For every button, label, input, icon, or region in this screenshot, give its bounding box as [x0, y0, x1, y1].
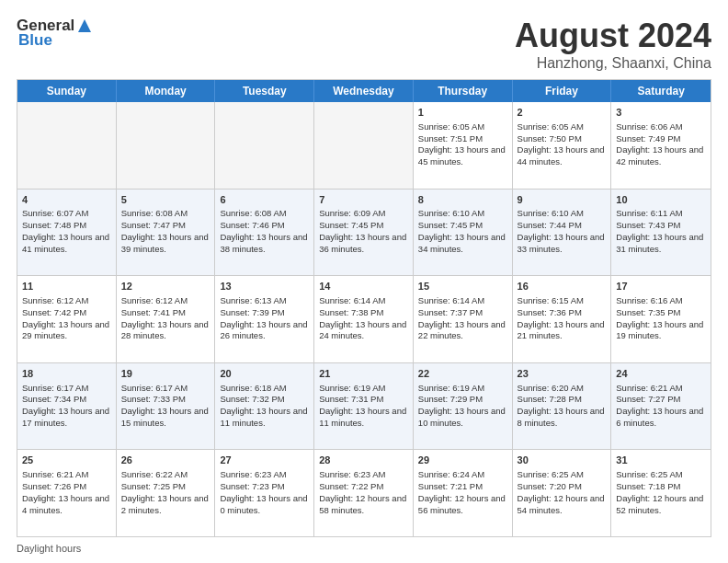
logo-area: General Blue — [17, 17, 93, 50]
day-content: Sunrise: 6:25 AM Sunset: 7:18 PM Dayligh… — [616, 469, 703, 514]
day-content: Sunrise: 6:13 AM Sunset: 7:39 PM Dayligh… — [220, 295, 307, 340]
cal-cell: 26Sunrise: 6:22 AM Sunset: 7:25 PM Dayli… — [117, 450, 216, 536]
day-number: 8 — [418, 193, 507, 207]
day-content: Sunrise: 6:21 AM Sunset: 7:26 PM Dayligh… — [22, 469, 109, 514]
day-content: Sunrise: 6:14 AM Sunset: 7:37 PM Dayligh… — [418, 295, 506, 340]
cal-cell: 22Sunrise: 6:19 AM Sunset: 7:29 PM Dayli… — [414, 363, 513, 450]
day-content: Sunrise: 6:12 AM Sunset: 7:42 PM Dayligh… — [22, 295, 109, 340]
cal-cell: 3Sunrise: 6:06 AM Sunset: 7:49 PM Daylig… — [611, 102, 711, 189]
day-number: 18 — [22, 367, 111, 381]
day-number: 15 — [418, 280, 507, 293]
cal-cell: 1Sunrise: 6:05 AM Sunset: 7:51 PM Daylig… — [414, 102, 513, 189]
day-content: Sunrise: 6:20 AM Sunset: 7:28 PM Dayligh… — [518, 383, 605, 428]
day-number: 31 — [616, 454, 706, 467]
day-content: Sunrise: 6:06 AM Sunset: 7:49 PM Dayligh… — [616, 121, 703, 167]
day-number: 21 — [319, 367, 408, 381]
day-number: 2 — [518, 106, 607, 120]
day-content: Sunrise: 6:23 AM Sunset: 7:23 PM Dayligh… — [220, 469, 307, 514]
day-number: 3 — [616, 106, 706, 120]
day-number: 27 — [220, 454, 309, 467]
day-content: Sunrise: 6:14 AM Sunset: 7:38 PM Dayligh… — [319, 295, 406, 340]
day-number: 30 — [518, 454, 607, 467]
cal-cell: 5Sunrise: 6:08 AM Sunset: 7:47 PM Daylig… — [117, 190, 216, 276]
cal-cell: 31Sunrise: 6:25 AM Sunset: 7:18 PM Dayli… — [611, 450, 711, 536]
footer: Daylight hours — [17, 543, 711, 554]
cal-cell: 19Sunrise: 6:17 AM Sunset: 7:33 PM Dayli… — [117, 363, 216, 450]
day-number: 20 — [220, 367, 309, 381]
calendar-header: SundayMondayTuesdayWednesdayThursdayFrid… — [17, 80, 711, 102]
day-content: Sunrise: 6:25 AM Sunset: 7:20 PM Dayligh… — [518, 469, 605, 514]
day-number: 12 — [121, 280, 210, 293]
day-content: Sunrise: 6:09 AM Sunset: 7:45 PM Dayligh… — [319, 208, 406, 253]
cal-cell: 20Sunrise: 6:18 AM Sunset: 7:32 PM Dayli… — [215, 363, 314, 450]
day-number: 16 — [518, 280, 607, 293]
day-content: Sunrise: 6:08 AM Sunset: 7:47 PM Dayligh… — [121, 208, 209, 253]
cal-cell: 6Sunrise: 6:08 AM Sunset: 7:46 PM Daylig… — [215, 190, 314, 276]
main-title: August 2024 — [515, 17, 711, 55]
cal-row: 18Sunrise: 6:17 AM Sunset: 7:34 PM Dayli… — [17, 362, 711, 450]
day-content: Sunrise: 6:22 AM Sunset: 7:25 PM Dayligh… — [121, 469, 209, 514]
cal-cell: 11Sunrise: 6:12 AM Sunset: 7:42 PM Dayli… — [17, 276, 117, 362]
cal-row: 11Sunrise: 6:12 AM Sunset: 7:42 PM Dayli… — [17, 275, 711, 362]
day-number: 25 — [22, 454, 111, 467]
day-number: 17 — [616, 280, 706, 293]
day-content: Sunrise: 6:08 AM Sunset: 7:46 PM Dayligh… — [220, 208, 307, 253]
cal-cell: 2Sunrise: 6:05 AM Sunset: 7:50 PM Daylig… — [513, 102, 612, 189]
cal-cell — [314, 102, 414, 189]
cal-row: 25Sunrise: 6:21 AM Sunset: 7:26 PM Dayli… — [17, 449, 711, 536]
day-content: Sunrise: 6:15 AM Sunset: 7:36 PM Dayligh… — [518, 295, 605, 340]
cal-cell: 4Sunrise: 6:07 AM Sunset: 7:48 PM Daylig… — [17, 190, 117, 276]
day-number: 29 — [418, 454, 507, 467]
day-content: Sunrise: 6:18 AM Sunset: 7:32 PM Dayligh… — [220, 383, 307, 428]
cal-cell: 17Sunrise: 6:16 AM Sunset: 7:35 PM Dayli… — [611, 276, 711, 362]
day-content: Sunrise: 6:11 AM Sunset: 7:43 PM Dayligh… — [616, 208, 703, 253]
cal-header-cell: Monday — [117, 80, 216, 102]
day-number: 10 — [616, 193, 706, 207]
cal-cell: 29Sunrise: 6:24 AM Sunset: 7:21 PM Dayli… — [414, 450, 513, 536]
cal-row: 4Sunrise: 6:07 AM Sunset: 7:48 PM Daylig… — [17, 189, 711, 276]
footer-text: Daylight hours — [17, 543, 81, 554]
cal-cell — [117, 102, 216, 189]
day-content: Sunrise: 6:07 AM Sunset: 7:48 PM Dayligh… — [22, 208, 109, 253]
calendar: SundayMondayTuesdayWednesdayThursdayFrid… — [17, 79, 711, 537]
cal-cell: 8Sunrise: 6:10 AM Sunset: 7:45 PM Daylig… — [414, 190, 513, 276]
cal-cell: 27Sunrise: 6:23 AM Sunset: 7:23 PM Dayli… — [215, 450, 314, 536]
cal-cell — [17, 102, 117, 189]
sub-title: Hanzhong, Shaanxi, China — [515, 55, 711, 72]
day-content: Sunrise: 6:05 AM Sunset: 7:50 PM Dayligh… — [518, 121, 605, 167]
calendar-body: 1Sunrise: 6:05 AM Sunset: 7:51 PM Daylig… — [17, 102, 711, 536]
cal-header-cell: Saturday — [611, 80, 711, 102]
day-number: 11 — [22, 280, 111, 293]
day-number: 9 — [518, 193, 607, 207]
day-number: 19 — [121, 367, 210, 381]
cal-cell: 23Sunrise: 6:20 AM Sunset: 7:28 PM Dayli… — [513, 363, 612, 450]
cal-cell: 28Sunrise: 6:23 AM Sunset: 7:22 PM Dayli… — [314, 450, 414, 536]
cal-header-cell: Thursday — [414, 80, 513, 102]
day-content: Sunrise: 6:19 AM Sunset: 7:29 PM Dayligh… — [418, 383, 506, 428]
day-content: Sunrise: 6:23 AM Sunset: 7:22 PM Dayligh… — [319, 469, 406, 514]
cal-row: 1Sunrise: 6:05 AM Sunset: 7:51 PM Daylig… — [17, 102, 711, 189]
day-content: Sunrise: 6:24 AM Sunset: 7:21 PM Dayligh… — [418, 469, 506, 514]
header: General Blue August 2024 Hanzhong, Shaan… — [17, 17, 711, 72]
day-content: Sunrise: 6:16 AM Sunset: 7:35 PM Dayligh… — [616, 295, 703, 340]
cal-cell: 18Sunrise: 6:17 AM Sunset: 7:34 PM Dayli… — [17, 363, 117, 450]
cal-header-cell: Wednesday — [314, 80, 414, 102]
day-number: 7 — [319, 193, 408, 207]
cal-cell: 9Sunrise: 6:10 AM Sunset: 7:44 PM Daylig… — [513, 190, 612, 276]
page: General Blue August 2024 Hanzhong, Shaan… — [0, 0, 728, 563]
cal-cell: 10Sunrise: 6:11 AM Sunset: 7:43 PM Dayli… — [611, 190, 711, 276]
day-content: Sunrise: 6:05 AM Sunset: 7:51 PM Dayligh… — [418, 121, 506, 167]
day-number: 1 — [418, 106, 507, 120]
cal-header-cell: Friday — [513, 80, 612, 102]
cal-cell: 16Sunrise: 6:15 AM Sunset: 7:36 PM Dayli… — [513, 276, 612, 362]
cal-header-cell: Sunday — [17, 80, 117, 102]
day-number: 28 — [319, 454, 408, 467]
cal-cell: 7Sunrise: 6:09 AM Sunset: 7:45 PM Daylig… — [314, 190, 414, 276]
day-number: 22 — [418, 367, 507, 381]
logo-blue: Blue — [18, 31, 52, 50]
day-number: 26 — [121, 454, 210, 467]
day-number: 24 — [616, 367, 706, 381]
cal-cell: 15Sunrise: 6:14 AM Sunset: 7:37 PM Dayli… — [414, 276, 513, 362]
day-content: Sunrise: 6:10 AM Sunset: 7:45 PM Dayligh… — [418, 208, 506, 253]
day-number: 5 — [121, 193, 210, 207]
